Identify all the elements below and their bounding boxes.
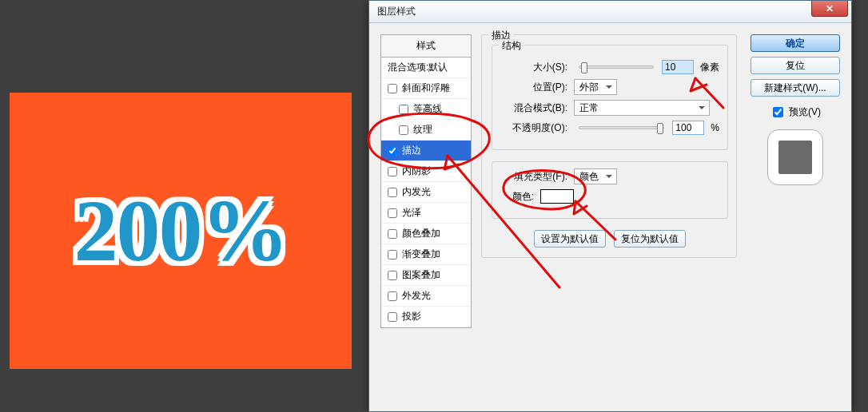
position-row: 位置(P): 外部 [502, 79, 719, 95]
reset-default-button[interactable]: 复位为默认值 [614, 230, 686, 248]
style-check-pattern-overlay[interactable] [388, 271, 397, 280]
dialog-title: 图层样式 [377, 5, 416, 18]
style-item-inner-glow[interactable]: 内发光 [381, 182, 471, 203]
reset-button[interactable]: 复位 [751, 57, 840, 74]
position-value: 外部 [579, 81, 599, 94]
style-item-label: 描边 [402, 144, 421, 157]
style-item-bevel[interactable]: 斜面和浮雕 [381, 78, 471, 99]
style-item-label: 纹理 [413, 123, 432, 137]
blend-mode-label: 混合模式(B): [502, 101, 567, 115]
color-row: 颜色: [502, 189, 719, 204]
style-item-label: 颜色叠加 [402, 227, 440, 240]
blend-mode-value: 正常 [579, 101, 599, 115]
new-style-button[interactable]: 新建样式(W)... [751, 79, 840, 97]
blend-mode-row: 混合模式(B): 正常 [502, 100, 719, 116]
style-item-label: 内阴影 [402, 164, 431, 178]
style-item-blend-defaults[interactable]: 混合选项:默认 [381, 57, 471, 78]
preview-thumb [778, 141, 812, 174]
preview-row: 预览(V) [751, 105, 840, 120]
position-label: 位置(P): [502, 81, 567, 94]
style-check-inner-shadow[interactable] [388, 167, 397, 176]
style-item-label: 光泽 [402, 206, 421, 220]
ok-label: 确定 [786, 37, 805, 50]
style-item-label: 斜面和浮雕 [402, 81, 450, 95]
size-slider[interactable] [579, 65, 654, 69]
dialog-body: 样式 混合选项:默认 斜面和浮雕 等高线 纹理 描边 内阴影 [369, 23, 851, 411]
new-style-label: 新建样式(W)... [764, 81, 826, 95]
style-item-texture[interactable]: 纹理 [381, 120, 471, 141]
style-check-color-overlay[interactable] [388, 229, 397, 239]
style-check-inner-glow[interactable] [388, 188, 397, 197]
stroke-panel: 描边 结构 大小(S): 像素 位置(P): 外部 [481, 34, 737, 269]
side-panel: 确定 复位 新建样式(W)... 预览(V) [751, 34, 840, 185]
style-check-contour[interactable] [399, 105, 408, 114]
preview-checkbox[interactable] [773, 107, 783, 117]
style-check-satin[interactable] [388, 208, 397, 218]
fill-type-label: 填充类型(F): [502, 170, 567, 184]
style-check-bevel[interactable] [388, 84, 397, 93]
size-label: 大小(S): [502, 61, 567, 74]
size-slider-thumb[interactable] [581, 62, 587, 73]
canvas-text: 200% [74, 180, 288, 282]
reset-label: 复位 [786, 59, 805, 73]
color-swatch[interactable] [540, 189, 574, 204]
color-label: 颜色: [502, 190, 534, 204]
style-item-drop-shadow[interactable]: 投影 [381, 307, 471, 327]
style-item-label: 等高线 [413, 102, 442, 116]
style-item-label: 内发光 [402, 185, 431, 199]
style-item-outer-glow[interactable]: 外发光 [381, 286, 471, 307]
blend-mode-combo[interactable]: 正常 [574, 100, 710, 116]
ok-button[interactable]: 确定 [751, 34, 840, 52]
style-item-pattern-overlay[interactable]: 图案叠加 [381, 265, 471, 286]
opacity-slider[interactable] [579, 126, 664, 129]
preview-label: 预览(V) [789, 105, 821, 119]
titlebar[interactable]: 图层样式 ✕ [369, 1, 851, 23]
style-item-label: 外发光 [402, 289, 431, 303]
style-item-color-overlay[interactable]: 颜色叠加 [381, 224, 471, 244]
style-item-satin[interactable]: 光泽 [381, 203, 471, 224]
style-check-outer-glow[interactable] [388, 291, 397, 301]
fill-type-value: 颜色 [579, 170, 599, 184]
style-item-label: 图案叠加 [402, 268, 440, 282]
stroke-outer-group: 描边 结构 大小(S): 像素 位置(P): 外部 [481, 34, 737, 258]
opacity-unit: % [711, 122, 719, 133]
opacity-slider-thumb[interactable] [657, 123, 663, 134]
position-combo[interactable]: 外部 [574, 79, 617, 95]
fill-type-row: 填充类型(F): 颜色 [502, 168, 719, 184]
layer-style-dialog: 图层样式 ✕ 样式 混合选项:默认 斜面和浮雕 等高线 纹理 [368, 0, 852, 412]
style-list: 样式 混合选项:默认 斜面和浮雕 等高线 纹理 描边 内阴影 [380, 34, 472, 328]
opacity-row: 不透明度(O): % [502, 121, 719, 135]
style-check-texture[interactable] [399, 125, 408, 135]
style-item-contour[interactable]: 等高线 [381, 99, 471, 120]
fill-group: 填充类型(F): 颜色 颜色: [492, 161, 728, 219]
style-check-drop-shadow[interactable] [388, 312, 397, 322]
make-default-label: 设置为默认值 [541, 232, 599, 246]
style-item-label: 混合选项:默认 [388, 61, 448, 74]
opacity-input[interactable] [672, 121, 704, 135]
size-row: 大小(S): 像素 [502, 60, 719, 74]
canvas-preview: 200% [10, 93, 352, 369]
style-check-stroke[interactable] [388, 146, 397, 156]
fill-type-combo[interactable]: 颜色 [574, 168, 617, 184]
close-button[interactable]: ✕ [811, 1, 848, 17]
style-check-gradient-overlay[interactable] [388, 250, 397, 259]
make-default-button[interactable]: 设置为默认值 [534, 230, 606, 248]
default-buttons: 设置为默认值 复位为默认值 [492, 230, 728, 248]
size-unit: 像素 [700, 61, 719, 74]
size-input[interactable] [662, 60, 694, 74]
preview-box [767, 129, 823, 185]
close-icon: ✕ [826, 3, 834, 14]
style-item-gradient-overlay[interactable]: 渐变叠加 [381, 244, 471, 265]
style-item-label: 投影 [402, 310, 421, 323]
style-item-label: 渐变叠加 [402, 248, 440, 261]
structure-title: 结构 [499, 39, 524, 53]
style-item-inner-shadow[interactable]: 内阴影 [381, 161, 471, 182]
style-item-stroke[interactable]: 描边 [381, 141, 471, 161]
style-list-header: 样式 [381, 35, 471, 57]
opacity-label: 不透明度(O): [502, 121, 567, 135]
reset-default-label: 复位为默认值 [621, 232, 679, 246]
structure-group: 结构 大小(S): 像素 位置(P): 外部 [492, 45, 728, 150]
